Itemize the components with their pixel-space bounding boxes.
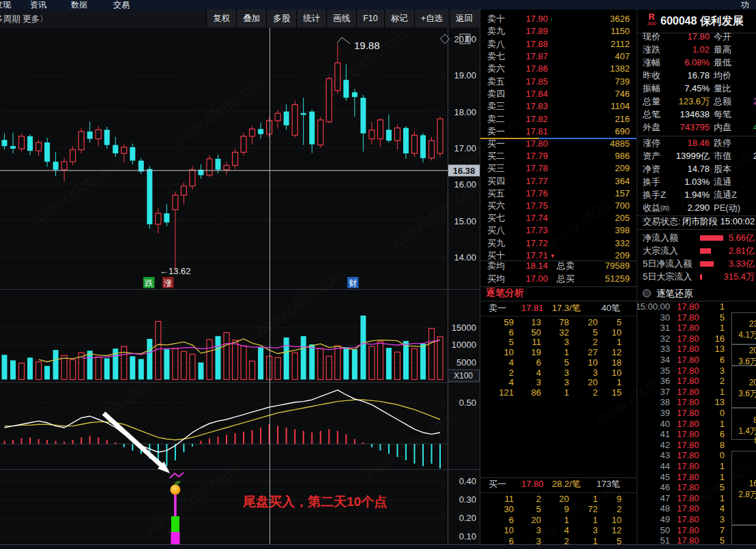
toolbar-button-+自选[interactable]: +自选 [414,10,449,27]
ask-row-卖七[interactable]: 卖七17.87407 [480,51,637,62]
menu-right-function[interactable]: 功能 [741,0,756,10]
tick-analysis-sell-header[interactable]: 卖一17.8117.3/笔40笔 [480,303,637,314]
ask-row-卖九[interactable]: 卖九17.891150 [480,26,637,37]
bid-row-买三[interactable]: 买三17.78209 [480,163,637,174]
stock-info-panel: R300600048 保利发展现价17.80今开涨跌1.02最高涨幅6.08%最… [637,10,756,286]
flow-row-5日大宗流入: 5日大宗流入315.4万 [637,271,756,282]
bid-row-买五[interactable]: 买五17.76157 [480,188,637,199]
tick-sell-dotted [480,316,637,316]
signal-green-block [171,516,179,532]
bottom-status-bar [0,544,756,549]
toolbar-buttons: 复权叠加多股统计画线F10标记+自选返回 [206,10,479,28]
tick-buy-row[interactable]: 1034312 [480,525,637,536]
trade-status-row: 交易状态:闭市阶段 15:00:02 [637,216,756,227]
top-menu-bar: 发现资讯数据交易功能 [0,0,756,10]
bid-row-买八[interactable]: 买八17.73398 [480,225,637,236]
chart-area[interactable]: 20.0019.0018.0017.0016.0015.0014.0015000… [0,28,480,544]
grid-lines [0,28,480,544]
ask-row-卖三[interactable]: 卖三17.831104 [480,101,637,112]
toolbar-button-返回[interactable]: 返回 [449,10,479,27]
bid-row-买一[interactable]: 买一17.804885 [480,138,637,149]
tick-sell-row[interactable]: 243310 [480,368,637,379]
ask-row-卖六[interactable]: 卖六17.861382 [480,63,637,74]
volume-unit-box: X100 [448,370,480,381]
stock-chart-svg[interactable]: 20.0019.0018.0017.0016.0015.0014.0015000… [0,28,480,544]
bid-row-买九[interactable]: 买九17.72332 [480,238,637,249]
bid-row-买四[interactable]: 买四17.77364 [480,176,637,187]
bid-row-买十[interactable]: 买十17.71▼209 [480,250,637,261]
svg-text:20.00: 20.00 [454,34,476,44]
svg-text:跌: 跌 [145,278,153,288]
trading-app-window: 发现资讯数据交易功能 多周期 更多〉 复权叠加多股统计画线F10标记+自选返回 … [0,0,756,549]
tick-buy-row[interactable]: 1122019 [480,494,637,505]
info-row-涨停: 涨停18.46跌停 [637,138,756,149]
toolbar-button-复权[interactable]: 复权 [206,10,236,27]
svg-text:0.20: 0.20 [459,513,476,523]
ask-row-卖五[interactable]: 卖五17.85739 [480,76,637,87]
tick-sell-row[interactable]: 65032510 [480,327,637,338]
svg-text:16.00: 16.00 [454,179,476,190]
buy-average-row[interactable]: 买均17.00总买51259 [480,273,637,284]
tick-sell-row[interactable]: 511321 [480,337,637,348]
toolbar-button-画线[interactable]: 画线 [326,10,356,27]
tick-analysis-buy-header[interactable]: 买一17.8028.2/笔173笔 [480,479,637,490]
signal-text-annotation: 尾盘买入，第二天10个点 [242,494,387,509]
toolbar-button-多股[interactable]: 多股 [266,10,296,27]
svg-text:17.00: 17.00 [454,143,476,153]
info-row-总笔: 总笔134638每笔 [637,109,756,120]
svg-text:0.40: 0.40 [459,476,476,486]
sell-average-row[interactable]: 卖均18.14总卖79589 [480,261,637,271]
tick-restore-title-row: 逐笔还原 [637,286,756,301]
tick-sell-row[interactable]: 591378205 [480,317,637,328]
toolbar-button-统计[interactable]: 统计 [296,10,326,27]
info-mid-divider [637,136,756,136]
tick-buy-row[interactable]: 3059722 [480,504,637,515]
toolbar-button-F10[interactable]: F10 [356,10,384,27]
menu-item-1[interactable]: 资讯 [30,0,46,10]
aggregate-box: 203.6万 [731,366,756,408]
signal-stick [174,494,177,517]
ask-row-卖四[interactable]: 卖四17.84746 [480,89,637,100]
ask-row-卖一[interactable]: 卖一17.81690 [480,126,637,137]
flow-bar [700,261,714,267]
tick-restore-icon[interactable] [643,289,651,297]
menu-item-0[interactable]: 发现 [0,0,11,10]
info-row-净资: 净资14.78股本 [637,164,756,175]
bid-row-买七[interactable]: 买七17.74205 [480,213,637,224]
info-row-换手Z: 换手Z1.94%流通Z [637,190,756,201]
order-book-panel: 卖十17.90↑3626卖九17.891150卖八17.882112卖七17.8… [480,10,637,549]
bid-row-买六[interactable]: 买六17.75700 [480,201,637,211]
tick-sell-row[interactable]: 101912712 [480,347,637,358]
tick-restore-panel: 逐笔还原15:00:0017.8013017.8053117.8013217.8… [637,286,756,549]
tick-buy-top-divider [480,477,637,478]
ask-row-卖十[interactable]: 卖十17.90↑3626 [480,14,637,25]
toolbar-button-叠加[interactable]: 叠加 [236,10,266,27]
info-row-昨收: 昨收16.78均价 [637,70,756,81]
aggregate-box: 234.1万 [731,312,756,344]
tick-buy-row[interactable]: 6201110 [480,515,637,526]
svg-text:15000: 15000 [452,323,476,333]
flow-row-大宗流入: 大宗流入2.81亿 [637,246,756,256]
menu-item-3[interactable]: 交易 [113,0,130,10]
bid-row-买二[interactable]: 买二17.79986 [480,151,637,162]
svg-text:18.00: 18.00 [454,107,476,117]
signal-magenta-block [171,532,179,544]
svg-text:10000: 10000 [452,340,476,350]
flow-bar [700,274,702,280]
tick-sell-row[interactable]: 121861215 [480,387,637,398]
aggregate-box [731,525,756,546]
ask-row-卖二[interactable]: 卖二17.82216 [480,114,637,125]
svg-text:0.10: 0.10 [459,531,476,541]
flow-bar [700,235,723,241]
info-row-换手: 换手1.03%流通 [637,177,756,188]
info-row-振幅: 振幅7.45%量比 [637,83,756,94]
period-selector[interactable]: 多周期 更多〉 [0,14,48,25]
right-pane: 卖十17.90↑3626卖九17.891150卖八17.882112卖七17.8… [480,10,756,549]
tick-sell-row[interactable]: 4651018 [480,357,637,368]
toolbar-button-标记[interactable]: 标记 [384,10,414,27]
flow-row-5日净流入额: 5日净流入额3.33亿 [637,258,756,269]
ask-row-卖八[interactable]: 卖八17.882112 [480,39,637,50]
tick-restore-row[interactable]: 15:00:0017.801 [637,301,756,312]
tick-sell-row[interactable]: 433201 [480,377,637,388]
menu-item-2[interactable]: 数据 [71,0,87,10]
